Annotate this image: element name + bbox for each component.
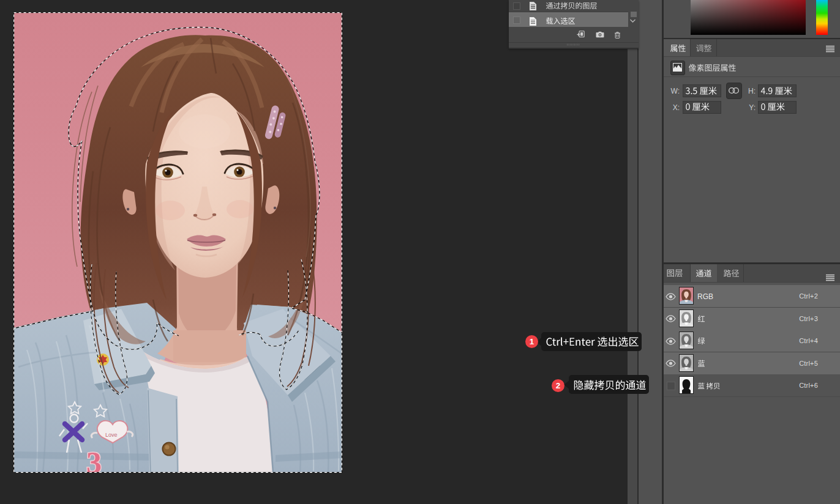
svg-text:Love: Love [105, 432, 118, 438]
svg-text:3: 3 [86, 445, 102, 473]
